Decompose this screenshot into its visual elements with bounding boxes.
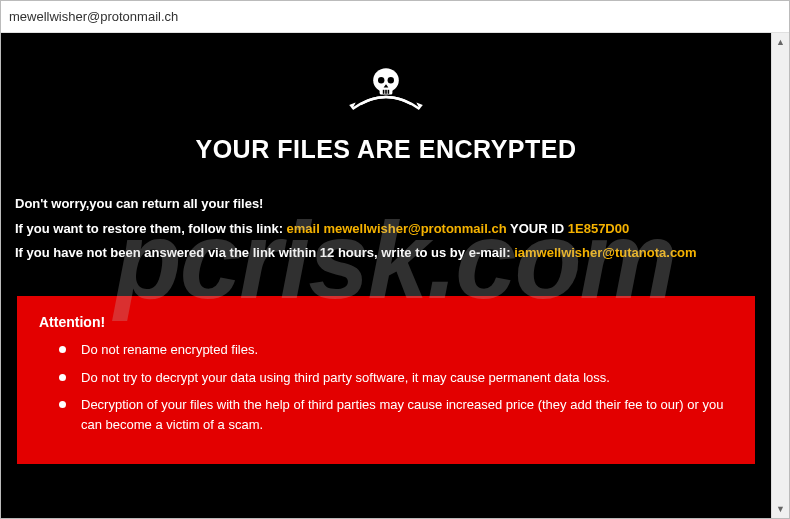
vertical-scrollbar[interactable]: ▲ ▼ bbox=[771, 33, 789, 518]
line-3: If you have not been answered via the li… bbox=[15, 241, 757, 266]
skull-icon-holder bbox=[13, 61, 759, 125]
list-item: Do not try to decrypt your data using th… bbox=[59, 368, 733, 388]
content-wrapper: YOUR FILES ARE ENCRYPTED Don't worry,you… bbox=[1, 33, 789, 518]
svg-point-2 bbox=[378, 77, 384, 83]
svg-point-3 bbox=[388, 77, 394, 83]
list-item: Decryption of your files with the help o… bbox=[59, 395, 733, 434]
attention-list: Do not rename encrypted files. Do not tr… bbox=[39, 340, 733, 434]
primary-email: mewellwisher@protonmail.ch bbox=[323, 221, 506, 236]
skull-swords-icon bbox=[346, 61, 426, 125]
attention-box: Attention! Do not rename encrypted files… bbox=[17, 296, 755, 464]
list-item: Do not rename encrypted files. bbox=[59, 340, 733, 360]
window-title: mewellwisher@protonmail.ch bbox=[9, 9, 178, 24]
chevron-down-icon: ▼ bbox=[776, 504, 785, 514]
secondary-email: iamwellwisher@tutanota.com bbox=[514, 245, 696, 260]
main-heading: YOUR FILES ARE ENCRYPTED bbox=[13, 135, 759, 164]
title-bar[interactable]: mewellwisher@protonmail.ch bbox=[1, 1, 789, 33]
chevron-up-icon: ▲ bbox=[776, 37, 785, 47]
svg-rect-4 bbox=[383, 90, 385, 94]
ransom-note-body: YOUR FILES ARE ENCRYPTED Don't worry,you… bbox=[1, 33, 771, 518]
line-1: Don't worry,you can return all your file… bbox=[15, 192, 757, 217]
info-lines: Don't worry,you can return all your file… bbox=[13, 192, 759, 266]
line-2: If you want to restore them, follow this… bbox=[15, 217, 757, 242]
svg-rect-6 bbox=[388, 90, 390, 94]
scroll-up-button[interactable]: ▲ bbox=[772, 33, 789, 51]
svg-rect-5 bbox=[385, 90, 387, 94]
victim-id: 1E857D00 bbox=[568, 221, 629, 236]
scroll-down-button[interactable]: ▼ bbox=[772, 500, 789, 518]
attention-title: Attention! bbox=[39, 314, 733, 330]
